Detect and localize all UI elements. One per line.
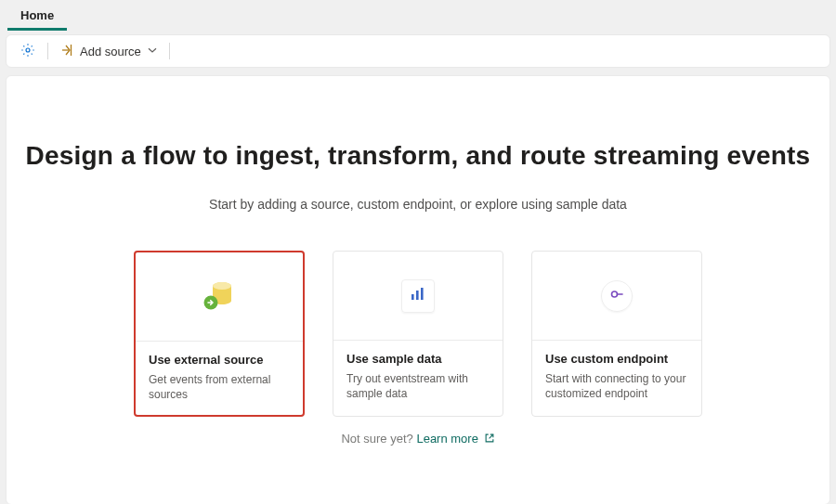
- card-description: Try out eventstream with sample data: [346, 371, 490, 401]
- card-title: Use custom endpoint: [545, 352, 688, 366]
- endpoint-icon: [608, 286, 625, 306]
- svg-point-0: [26, 48, 30, 52]
- card-title: Use sample data: [346, 352, 490, 366]
- option-cards-row: Use external source Get events from exte…: [25, 251, 811, 417]
- card-illustration: [333, 252, 503, 341]
- card-description: Get events from external sources: [149, 372, 290, 402]
- learn-more-label: Learn more: [416, 432, 477, 446]
- chevron-down-icon: [147, 45, 158, 58]
- card-title: Use external source: [149, 353, 290, 367]
- add-source-icon: [59, 43, 74, 60]
- add-source-button[interactable]: Add source: [50, 35, 167, 67]
- gear-icon: [20, 42, 36, 61]
- card-use-external-source[interactable]: Use external source Get events from exte…: [134, 251, 305, 417]
- learn-more-link[interactable]: Learn more: [416, 432, 494, 446]
- toolbar-separator: [169, 43, 170, 59]
- card-description: Start with connecting to your customized…: [545, 371, 688, 401]
- card-illustration: [136, 252, 303, 342]
- not-sure-text: Not sure yet?: [341, 432, 412, 446]
- main-panel: Design a flow to ingest, transform, and …: [6, 75, 830, 504]
- toolbar-separator: [47, 43, 48, 59]
- card-use-sample-data[interactable]: Use sample data Try out eventstream with…: [333, 251, 503, 417]
- toolbar: Add source: [6, 34, 830, 68]
- card-illustration: [532, 252, 701, 341]
- svg-point-2: [213, 282, 231, 290]
- svg-rect-6: [421, 288, 424, 300]
- external-link-icon: [482, 432, 495, 446]
- page-title: Design a flow to ingest, transform, and …: [25, 141, 811, 171]
- database-arrow-icon: [197, 273, 242, 321]
- footer-hint: Not sure yet? Learn more: [25, 432, 811, 446]
- card-use-custom-endpoint[interactable]: Use custom endpoint Start with connectin…: [531, 251, 702, 417]
- svg-rect-5: [416, 291, 419, 300]
- tab-strip: Home: [0, 0, 836, 31]
- page-subtitle: Start by adding a source, custom endpoin…: [25, 197, 811, 212]
- svg-rect-4: [411, 294, 414, 300]
- bar-chart-icon: [410, 286, 426, 306]
- svg-point-7: [612, 291, 618, 297]
- add-source-label: Add source: [80, 45, 141, 58]
- tab-home[interactable]: Home: [7, 4, 67, 31]
- settings-button[interactable]: [10, 35, 46, 67]
